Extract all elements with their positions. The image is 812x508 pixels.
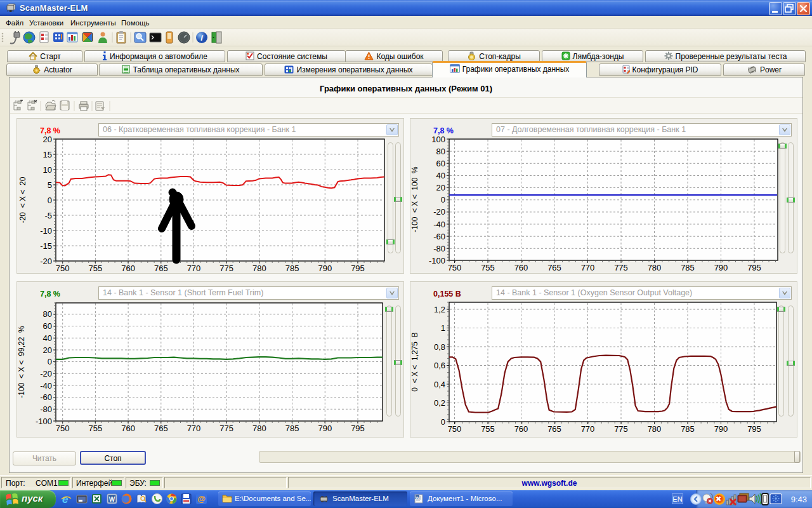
svg-text:-20: -20 — [40, 257, 52, 266]
svg-text:W: W — [109, 496, 115, 503]
svg-text:-15: -15 — [40, 241, 52, 251]
svg-text:100: 100 — [431, 135, 445, 144]
svg-text:0: 0 — [48, 357, 52, 366]
svg-text:80: 80 — [436, 147, 445, 156]
svg-text:760: 760 — [121, 424, 135, 433]
svg-text:20: 20 — [436, 183, 445, 192]
svg-text:770: 770 — [187, 264, 201, 273]
svg-text:10: 10 — [43, 165, 52, 175]
svg-text:755: 755 — [89, 264, 103, 273]
svg-text:770: 770 — [581, 424, 595, 434]
svg-text:20: 20 — [43, 135, 52, 144]
svg-text:60: 60 — [43, 321, 52, 331]
svg-text:785: 785 — [681, 424, 695, 434]
svg-text:795: 795 — [747, 263, 761, 272]
svg-text:40: 40 — [436, 171, 445, 180]
svg-text:785: 785 — [285, 264, 299, 273]
svg-text:760: 760 — [514, 263, 528, 272]
svg-text:-5: -5 — [44, 211, 52, 220]
svg-text:0: 0 — [441, 195, 445, 204]
svg-text:0,2: 0,2 — [434, 398, 445, 408]
svg-text:775: 775 — [219, 424, 233, 433]
svg-text:755: 755 — [481, 263, 495, 272]
svg-text:770: 770 — [187, 424, 201, 433]
svg-text:60: 60 — [436, 159, 445, 168]
svg-text:0: 0 — [441, 417, 445, 427]
svg-text:755: 755 — [89, 424, 103, 433]
svg-text:@: @ — [197, 494, 206, 504]
svg-text:750: 750 — [448, 263, 462, 272]
svg-text:-40: -40 — [40, 381, 52, 391]
svg-text:-80: -80 — [40, 404, 52, 414]
svg-text:-40: -40 — [433, 220, 445, 229]
svg-text:15: 15 — [43, 150, 52, 159]
svg-text:0: 0 — [48, 196, 52, 205]
svg-text:750: 750 — [56, 424, 70, 433]
svg-text:760: 760 — [121, 264, 135, 273]
svg-text:-100: -100 — [429, 256, 445, 265]
svg-text:795: 795 — [351, 264, 365, 273]
svg-text:-100: -100 — [36, 417, 52, 426]
svg-text:780: 780 — [252, 424, 266, 433]
svg-text:-20 < X < 20: -20 < X < 20 — [18, 177, 27, 223]
svg-text:785: 785 — [681, 263, 695, 272]
svg-text:40: 40 — [43, 333, 52, 343]
svg-text:795: 795 — [747, 424, 761, 434]
svg-text:W: W — [416, 496, 419, 500]
svg-text:-60: -60 — [433, 232, 445, 241]
svg-text:80: 80 — [43, 309, 52, 319]
svg-text:770: 770 — [581, 263, 595, 272]
svg-text:775: 775 — [614, 263, 628, 272]
svg-text:0,4: 0,4 — [434, 380, 445, 389]
svg-text:765: 765 — [154, 424, 168, 433]
svg-text:750: 750 — [448, 424, 462, 434]
svg-text:5: 5 — [48, 180, 52, 190]
svg-text:750: 750 — [56, 264, 70, 273]
svg-text:790: 790 — [714, 263, 728, 272]
svg-text:765: 765 — [154, 264, 168, 273]
svg-text:760: 760 — [514, 424, 528, 434]
svg-text:780: 780 — [648, 424, 662, 434]
svg-text:0 < X < 1,275 В: 0 < X < 1,275 В — [410, 332, 419, 391]
svg-text:-20: -20 — [433, 207, 445, 217]
svg-text:e: e — [62, 493, 68, 505]
svg-text:1: 1 — [441, 323, 445, 333]
svg-text:0,6: 0,6 — [434, 361, 445, 370]
svg-text:790: 790 — [714, 424, 728, 434]
svg-text:790: 790 — [318, 264, 332, 273]
svg-text:-20: -20 — [40, 369, 52, 378]
svg-text:790: 790 — [318, 424, 332, 433]
svg-text:-80: -80 — [433, 244, 445, 253]
svg-text:785: 785 — [285, 424, 299, 433]
svg-text:765: 765 — [547, 263, 561, 272]
svg-text:780: 780 — [252, 264, 266, 273]
svg-text:-100 < X < 99,22 %: -100 < X < 99,22 % — [17, 326, 26, 398]
svg-text:780: 780 — [648, 263, 662, 272]
svg-text:775: 775 — [614, 424, 628, 434]
svg-text:-60: -60 — [40, 392, 52, 402]
svg-text:765: 765 — [547, 424, 561, 434]
svg-text:775: 775 — [219, 264, 233, 273]
svg-text:795: 795 — [351, 424, 365, 433]
svg-text:0,8: 0,8 — [434, 342, 445, 352]
svg-text:i: i — [200, 33, 203, 43]
svg-text:-100 < X < 100 %: -100 < X < 100 % — [410, 166, 419, 232]
svg-text:-10: -10 — [40, 226, 52, 236]
svg-text:20: 20 — [43, 345, 52, 355]
svg-text:1,2: 1,2 — [434, 305, 445, 314]
svg-text:755: 755 — [481, 424, 495, 434]
